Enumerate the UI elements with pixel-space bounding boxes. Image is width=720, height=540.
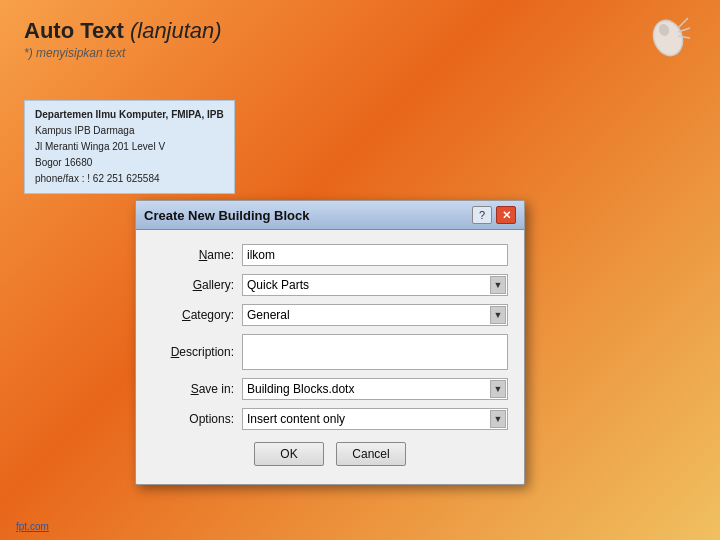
description-label: Description: <box>152 345 242 359</box>
watermark: fpt.com <box>16 521 49 532</box>
gallery-label: Gallery: <box>152 278 242 292</box>
gallery-row: Gallery: Quick Parts ▼ <box>152 274 508 296</box>
name-input[interactable] <box>242 244 508 266</box>
dialog-buttons: OK Cancel <box>152 442 508 470</box>
category-select-wrapper: General ▼ <box>242 304 508 326</box>
dialog-controls: ? ✕ <box>472 206 516 224</box>
options-select-wrapper: Insert content only ▼ <box>242 408 508 430</box>
category-select[interactable]: General <box>242 304 508 326</box>
category-label: Category: <box>152 308 242 322</box>
dialog-backdrop: Create New Building Block ? ✕ Name: Gall… <box>0 0 720 540</box>
options-label: Options: <box>152 412 242 426</box>
dialog-title: Create New Building Block <box>144 208 309 223</box>
close-button[interactable]: ✕ <box>496 206 516 224</box>
ok-button[interactable]: OK <box>254 442 324 466</box>
category-row: Category: General ▼ <box>152 304 508 326</box>
options-select[interactable]: Insert content only <box>242 408 508 430</box>
create-building-block-dialog: Create New Building Block ? ✕ Name: Gall… <box>135 200 525 485</box>
name-row: Name: <box>152 244 508 266</box>
savein-select-wrapper: Building Blocks.dotx ▼ <box>242 378 508 400</box>
dialog-titlebar: Create New Building Block ? ✕ <box>136 201 524 230</box>
gallery-select-wrapper: Quick Parts ▼ <box>242 274 508 296</box>
name-label: Name: <box>152 248 242 262</box>
options-row: Options: Insert content only ▼ <box>152 408 508 430</box>
description-input[interactable] <box>242 334 508 370</box>
help-button[interactable]: ? <box>472 206 492 224</box>
cancel-button[interactable]: Cancel <box>336 442 406 466</box>
dialog-body: Name: Gallery: Quick Parts ▼ <box>136 230 524 484</box>
savein-row: Save in: Building Blocks.dotx ▼ <box>152 378 508 400</box>
savein-select[interactable]: Building Blocks.dotx <box>242 378 508 400</box>
savein-label: Save in: <box>152 382 242 396</box>
gallery-select[interactable]: Quick Parts <box>242 274 508 296</box>
description-row: Description: <box>152 334 508 370</box>
